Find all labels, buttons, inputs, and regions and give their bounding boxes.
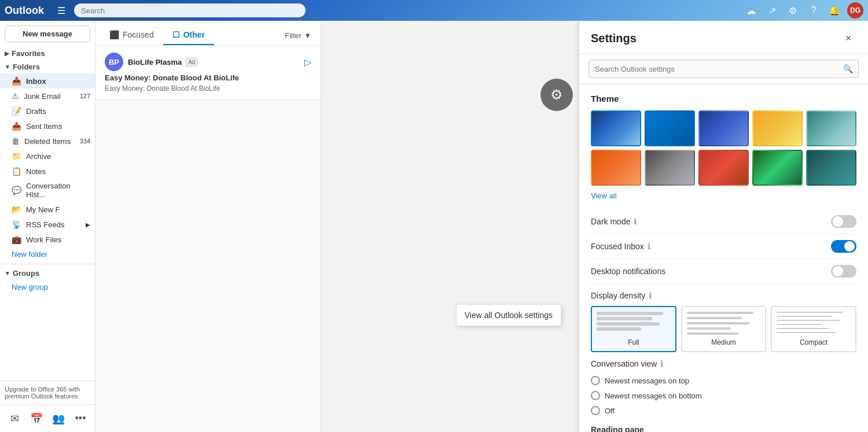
filter-label: Filter [285,31,301,40]
density-compact-preview [777,312,851,335]
sidebar-section-groups[interactable]: ▼ Groups [0,267,95,280]
rss-label: RSS Feeds [26,220,64,229]
help-icon[interactable]: ? [806,2,822,19]
calendar-bottom-icon[interactable]: 📅 [27,407,46,430]
theme-swatch-6[interactable] [645,150,695,186]
deleted-icon: 🗑 [12,136,20,146]
settings-search-input[interactable] [589,60,859,78]
conversation-view-info-icon[interactable]: ℹ [660,359,663,368]
theme-swatch-8[interactable] [752,150,803,186]
sidebar-item-inbox[interactable]: 📥 Inbox [0,73,95,88]
deleted-badge: 334 [80,138,90,145]
focused-inbox-info-icon[interactable]: ℹ [648,242,650,251]
gear-overlay-icon: ⚙ [550,87,563,103]
settings-close-button[interactable]: × [840,30,856,46]
message-list-area: ⬛ Focused ☐ Other Filter ▼ BP BioLife Pl… [95,21,321,432]
mail-bottom-icon[interactable]: ✉ [5,407,24,430]
density-compact[interactable]: Compact [771,306,856,352]
conv-newest-bottom-radio[interactable] [591,391,600,400]
sidebar-item-deleted-items[interactable]: 🗑 Deleted Items 334 [0,134,95,149]
settings-panel: Settings × 🔍 Theme [579,21,868,432]
settings-search-wrapper: 🔍 [589,60,859,78]
new-message-button[interactable]: New message [5,25,90,42]
conv-newest-top-radio[interactable] [591,376,600,385]
conv-newest-bottom[interactable]: Newest messages on bottom [591,388,856,403]
sidebar-item-sent-items[interactable]: 📤 Sent Items [0,119,95,134]
top-search-input[interactable] [74,3,306,17]
tab-other[interactable]: ☐ Other [163,25,214,45]
reading-pane-section: Reading pane Show on the right Show on t… [591,425,856,432]
display-density-info-icon[interactable]: ℹ [649,291,652,300]
folders-chevron-icon: ▼ [5,64,10,70]
density-medium[interactable]: Medium [681,306,767,352]
people-bottom-icon[interactable]: 👥 [49,407,68,430]
conv-off-radio[interactable] [591,406,600,415]
message-item[interactable]: BP BioLife Plasma Ad ▷ Easy Money: Donat… [95,46,321,100]
conv-history-label: Conversation Hist... [26,182,90,199]
theme-swatch-4[interactable] [806,110,856,146]
avatar[interactable]: DG [847,2,863,19]
outlook-logo: Outlook [5,5,44,17]
theme-swatch-9[interactable] [806,150,856,186]
junk-badge: 127 [80,93,90,99]
groups-chevron-icon: ▼ [5,270,10,276]
forward-icon: ▷ [304,57,311,68]
share-icon[interactable]: ↗ [764,2,780,19]
more-bottom-icon[interactable]: ••• [71,407,90,430]
dark-mode-info-icon[interactable]: ℹ [634,217,637,226]
hamburger-icon[interactable]: ☰ [53,2,69,19]
conv-newest-top[interactable]: Newest messages on top [591,373,856,388]
sidebar-item-notes[interactable]: 📋 Notes [0,164,95,179]
sidebar-divider [0,264,95,264]
theme-swatch-5[interactable] [591,150,641,186]
new-folder-link[interactable]: New folder [0,247,95,261]
density-full[interactable]: Full [591,306,676,352]
sidebar-section-favorites[interactable]: ▶ Favorites [0,47,95,60]
theme-swatch-3[interactable] [752,110,803,146]
settings-gear-icon[interactable]: ⚙ [785,2,801,19]
sidebar-item-archive[interactable]: 📁 Archive [0,149,95,164]
theme-swatch-7[interactable] [698,150,749,186]
sidebar-item-rss-feeds[interactable]: 📡 RSS Feeds ▶ [0,217,95,232]
message-tabs: ⬛ Focused ☐ Other Filter ▼ [95,21,321,46]
message-avatar: BP [105,53,123,71]
theme-swatch-0[interactable] [591,110,641,146]
deleted-label: Deleted Items [24,137,71,146]
dark-mode-toggle[interactable] [831,215,856,228]
theme-grid [591,110,856,186]
notes-icon: 📋 [12,167,21,176]
filter-chevron-icon: ▼ [304,31,311,40]
message-subject: Easy Money: Donate Blood At BioLife [105,73,311,82]
desktop-notifications-toggle[interactable] [831,265,856,278]
conv-off-label: Off [605,407,615,415]
cloud-icon[interactable]: ☁ [743,2,759,19]
other-tab-label: Other [183,30,205,39]
settings-header: Settings × [579,21,868,54]
notifications-icon[interactable]: 🔔 [826,2,843,19]
inbox-icon: 📥 [12,76,21,86]
sidebar-item-conversation-history[interactable]: 💬 Conversation Hist... [0,179,95,202]
display-density-section: Display density ℹ Full [591,291,856,352]
conv-newest-top-label: Newest messages on top [605,376,689,385]
gear-overlay-button[interactable]: ⚙ [540,79,573,111]
ad-badge: Ad [185,58,198,67]
new-group-link[interactable]: New group [0,280,95,294]
tab-focused[interactable]: ⬛ Focused [100,25,163,45]
settings-body: Theme View all Dark mo [579,84,868,432]
sidebar-item-junk-email[interactable]: ⚠ Junk Email 127 [0,88,95,104]
conv-off[interactable]: Off [591,403,856,418]
sidebar-item-work-files[interactable]: 💼 Work Files [0,232,95,247]
sidebar-section-folders[interactable]: ▼ Folders [0,60,95,73]
theme-swatch-1[interactable] [645,110,695,146]
sidebar-item-drafts[interactable]: 📝 Drafts [0,104,95,119]
sidebar: New message ▶ Favorites ▼ Folders 📥 Inbo… [0,21,95,432]
dark-mode-row: Dark mode ℹ [591,209,856,234]
favorites-chevron-icon: ▶ [5,50,9,57]
work-files-label: Work Files [26,235,61,244]
theme-swatch-2[interactable] [698,110,749,146]
view-all-themes-link[interactable]: View all [591,191,856,200]
sidebar-item-my-new-f[interactable]: 📂 My New F [0,202,95,217]
rss-expand-icon: ▶ [86,221,90,228]
focused-inbox-toggle[interactable] [831,240,856,253]
filter-button[interactable]: Filter ▼ [280,29,316,42]
